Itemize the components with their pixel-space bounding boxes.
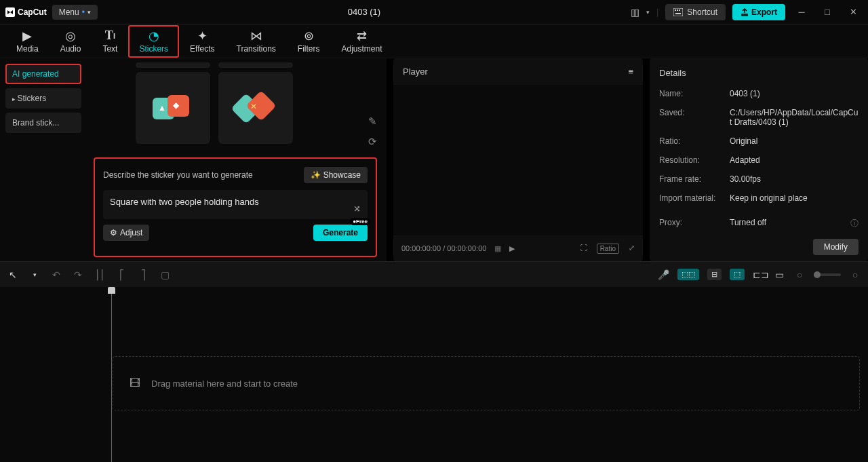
titlebar: CapCut Menu • ▾ 0403 (1) ▥ ▾ | Shortcut … [0,0,868,24]
detail-value-proxy: Turned off [730,218,850,229]
play-button[interactable]: ▶ [509,244,515,253]
detail-value-resolution: Adapted [730,155,859,165]
trim-left-icon[interactable]: ⎡ [115,269,127,280]
tab-filters[interactable]: ⊚Filters [287,25,331,58]
delete-icon[interactable]: ▢ [159,269,171,280]
drop-hint: Drag material here and start to create [151,379,298,389]
project-title: 0403 (1) [98,7,631,17]
prompt-input[interactable]: Square with two people holding hands ⤨ [103,190,368,219]
info-icon[interactable]: ⓘ [850,218,859,229]
edit-icon[interactable]: ✎ [368,115,377,128]
player-viewport[interactable] [393,85,643,235]
content-area: ▲ ◆ ✕ ✎ ⟳ Describe the sticker you want [87,58,387,261]
minimize-button[interactable]: ─ [792,3,811,22]
detail-value-name: 0403 (1) [730,89,859,98]
text-icon: TI [105,29,115,43]
mode-1-button[interactable]: ⬚⬚ [677,269,699,280]
trim-right-icon[interactable]: ⎤ [137,269,149,280]
tab-transitions[interactable]: ⋈Transitions [226,25,287,58]
adjustment-icon: ⇄ [357,29,367,43]
tab-text[interactable]: TIText [92,25,128,58]
sticker-preview-1[interactable]: ▲ ◆ [136,72,210,144]
svg-rect-1 [673,8,683,16]
detail-label-resolution: Resolution: [659,155,730,165]
cursor-tool-icon[interactable]: ↖ [7,269,19,280]
detail-label-name: Name: [659,89,730,98]
mode-3-button[interactable]: ⬚ [730,269,745,280]
chevron-down-icon[interactable]: ▾ [646,9,650,16]
chevron-down-icon[interactable]: ▾ [28,271,41,278]
describe-label: Describe the sticker you want to generat… [103,170,253,180]
close-button[interactable]: ✕ [844,3,863,22]
sticker-preview-2[interactable]: ✕ [218,72,293,144]
tab-audio[interactable]: ◎Audio [50,25,92,58]
export-icon [741,8,749,16]
tab-adjustment[interactable]: ⇄Adjustment [330,25,393,58]
detail-value-saved: C:/Users/HP/AppData/Local/CapCut Drafts/… [730,108,859,127]
details-title: Details [659,68,859,78]
player-menu-icon[interactable]: ≡ [628,66,633,77]
detail-label-framerate: Frame rate: [659,174,730,184]
zoom-out-icon[interactable]: ○ [793,269,806,280]
audio-icon: ◎ [65,29,76,43]
sticker-placeholder [136,62,210,68]
mic-icon[interactable]: 🎤 [657,269,669,280]
export-button[interactable]: Export [732,4,785,20]
zoom-in-icon[interactable]: ○ [849,269,861,280]
mode-2-button[interactable]: ⊟ [707,269,722,280]
refresh-icon[interactable]: ⟳ [368,136,377,148]
sticker-sidebar: AI generated Stickers Brand stick... [0,58,87,261]
tab-stickers[interactable]: ◔Stickers [128,25,179,58]
detail-value-ratio: Original [730,136,859,146]
player-controls: 00:00:00:00 / 00:00:00:00 ▦ ▶ ⛶ Ratio ⤢ [393,235,643,261]
ratio-badge[interactable]: Ratio [597,244,619,254]
timeline-drop-zone[interactable]: 🎞 Drag material here and start to create [113,356,860,410]
free-badge: ●Free [350,218,370,225]
quality-icon[interactable]: ▦ [494,244,501,253]
sidebar-item-brand[interactable]: Brand stick... [5,113,81,133]
maximize-button[interactable]: □ [818,3,837,22]
svg-rect-2 [675,9,676,11]
magnet-icon[interactable]: ⊏⊐ [753,269,765,280]
main-tabs: ▶Media ◎Audio TIText ◔Stickers ✦Effects … [0,24,868,58]
showcase-button[interactable]: ✨ Showcase [304,167,368,183]
filters-icon: ⊚ [304,29,314,43]
sticker-graphic: ▲ ◆ [153,95,193,121]
sliders-icon: ⚙ [110,228,117,237]
tab-effects[interactable]: ✦Effects [179,25,225,58]
detail-label-proxy: Proxy: [659,218,730,229]
playhead[interactable] [111,290,112,462]
logo-icon [5,7,15,17]
transitions-icon: ⋈ [250,29,262,43]
prompt-text: Square with two people holding hands [110,197,361,207]
tab-media[interactable]: ▶Media [5,25,50,58]
keyboard-icon [673,8,683,16]
sidebar-item-stickers[interactable]: Stickers [5,88,81,109]
player-panel: Player ≡ 00:00:00:00 / 00:00:00:00 ▦ ▶ ⛶… [393,58,643,261]
zoom-slider[interactable] [814,273,841,276]
shortcut-button[interactable]: Shortcut [665,4,726,20]
split-icon[interactable]: ⎮⎮ [94,269,106,280]
shuffle-icon[interactable]: ⤨ [353,204,361,214]
sidebar-item-ai-generated[interactable]: AI generated [5,64,81,84]
detail-label-saved: Saved: [659,108,730,127]
adjust-button[interactable]: ⚙ Adjust [103,225,149,241]
layout-icon[interactable]: ▥ [631,7,639,18]
generate-button[interactable]: ●Free Generate [313,225,368,241]
media-icon: ▶ [22,29,32,43]
redo-icon[interactable]: ↷ [72,269,84,280]
svg-rect-4 [679,9,680,11]
menu-button[interactable]: Menu • ▾ [52,5,98,20]
generate-panel: Describe the sticker you want to generat… [94,157,377,257]
undo-icon[interactable]: ↶ [50,269,62,280]
timeline[interactable]: 🎞 Drag material here and start to create [0,287,868,462]
modify-button[interactable]: Modify [813,239,859,255]
detail-value-framerate: 30.00fps [730,174,859,184]
effects-icon: ✦ [197,29,208,43]
svg-rect-5 [675,13,681,14]
crop-icon[interactable]: ⛶ [580,244,587,254]
preview-icon[interactable]: ▭ [773,269,785,280]
app-name: CapCut [18,7,47,17]
player-time: 00:00:00:00 / 00:00:00:00 [401,244,486,252]
fullscreen-icon[interactable]: ⤢ [629,244,635,254]
